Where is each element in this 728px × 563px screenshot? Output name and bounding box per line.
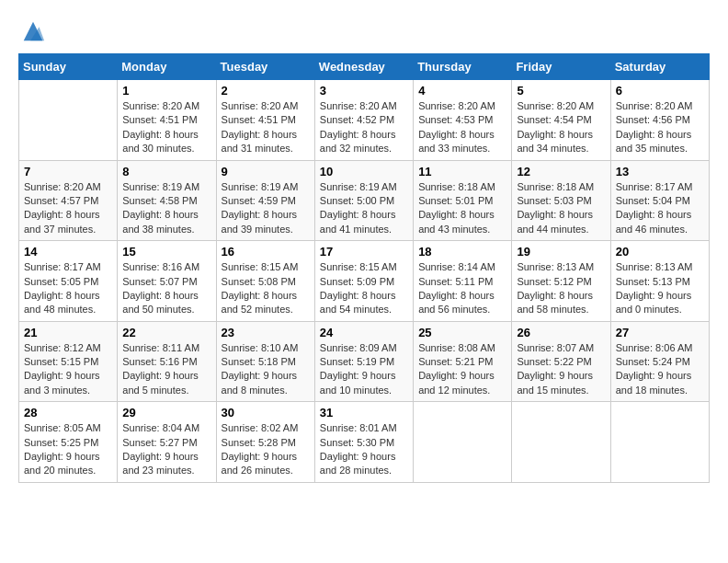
day-info: Sunrise: 8:19 AM Sunset: 4:59 PM Dayligh… [222,180,310,237]
week-row-1: 1Sunrise: 8:20 AM Sunset: 4:51 PM Daylig… [19,80,710,161]
calendar-cell: 12Sunrise: 8:18 AM Sunset: 5:03 PM Dayli… [512,160,610,241]
calendar-cell: 4Sunrise: 8:20 AM Sunset: 4:53 PM Daylig… [414,80,512,161]
calendar-cell [512,402,610,483]
day-info: Sunrise: 8:18 AM Sunset: 5:01 PM Dayligh… [418,180,506,237]
day-info: Sunrise: 8:20 AM Sunset: 4:56 PM Dayligh… [616,99,704,156]
week-row-4: 21Sunrise: 8:12 AM Sunset: 5:15 PM Dayli… [19,321,710,402]
col-header-monday: Monday [118,54,216,80]
day-info: Sunrise: 8:16 AM Sunset: 5:07 PM Dayligh… [122,260,210,317]
calendar-cell: 15Sunrise: 8:16 AM Sunset: 5:07 PM Dayli… [118,241,216,322]
calendar-cell: 3Sunrise: 8:20 AM Sunset: 4:52 PM Daylig… [314,80,413,161]
day-info: Sunrise: 8:11 AM Sunset: 5:16 PM Dayligh… [122,341,210,398]
calendar-cell: 28Sunrise: 8:05 AM Sunset: 5:25 PM Dayli… [19,402,118,483]
col-header-thursday: Thursday [414,54,512,80]
day-number: 30 [222,406,310,419]
day-info: Sunrise: 8:12 AM Sunset: 5:15 PM Dayligh… [24,341,112,398]
day-number: 24 [320,326,408,339]
day-number: 9 [222,165,310,178]
day-number: 27 [616,326,704,339]
day-number: 19 [517,245,605,259]
calendar-cell: 30Sunrise: 8:02 AM Sunset: 5:28 PM Dayli… [216,402,314,483]
day-number: 11 [418,165,506,178]
day-number: 15 [122,245,210,259]
calendar-cell [414,402,512,483]
day-info: Sunrise: 8:01 AM Sunset: 5:30 PM Dayligh… [320,421,408,478]
day-number: 21 [24,326,112,339]
col-header-saturday: Saturday [610,54,709,80]
calendar-cell: 16Sunrise: 8:15 AM Sunset: 5:08 PM Dayli… [216,241,314,322]
calendar-cell: 22Sunrise: 8:11 AM Sunset: 5:16 PM Dayli… [118,321,216,402]
day-number: 26 [517,326,605,339]
calendar-table: SundayMondayTuesdayWednesdayThursdayFrid… [18,53,710,483]
day-number: 5 [517,84,605,98]
calendar-cell: 6Sunrise: 8:20 AM Sunset: 4:56 PM Daylig… [610,80,709,161]
day-number: 10 [320,165,408,178]
day-number: 2 [222,84,310,98]
calendar-cell: 23Sunrise: 8:10 AM Sunset: 5:18 PM Dayli… [216,321,314,402]
week-row-5: 28Sunrise: 8:05 AM Sunset: 5:25 PM Dayli… [19,402,710,483]
calendar-cell: 9Sunrise: 8:19 AM Sunset: 4:59 PM Daylig… [216,160,314,241]
col-header-tuesday: Tuesday [216,54,314,80]
day-number: 17 [320,245,408,259]
day-info: Sunrise: 8:20 AM Sunset: 4:52 PM Dayligh… [320,99,408,156]
col-header-sunday: Sunday [19,54,118,80]
day-info: Sunrise: 8:17 AM Sunset: 5:05 PM Dayligh… [24,260,112,317]
day-info: Sunrise: 8:05 AM Sunset: 5:25 PM Dayligh… [24,421,112,478]
day-info: Sunrise: 8:19 AM Sunset: 4:58 PM Dayligh… [122,180,210,237]
day-number: 18 [418,245,506,259]
calendar-cell: 17Sunrise: 8:15 AM Sunset: 5:09 PM Dayli… [314,241,413,322]
day-info: Sunrise: 8:15 AM Sunset: 5:09 PM Dayligh… [320,260,408,317]
day-number: 16 [222,245,310,259]
calendar-cell: 26Sunrise: 8:07 AM Sunset: 5:22 PM Dayli… [512,321,610,402]
day-number: 3 [320,84,408,98]
day-info: Sunrise: 8:04 AM Sunset: 5:27 PM Dayligh… [122,421,210,478]
day-info: Sunrise: 8:15 AM Sunset: 5:08 PM Dayligh… [222,260,310,317]
day-info: Sunrise: 8:14 AM Sunset: 5:11 PM Dayligh… [418,260,506,317]
day-info: Sunrise: 8:02 AM Sunset: 5:28 PM Dayligh… [222,421,310,478]
calendar-header-row: SundayMondayTuesdayWednesdayThursdayFrid… [19,54,710,80]
calendar-cell: 19Sunrise: 8:13 AM Sunset: 5:12 PM Dayli… [512,241,610,322]
day-info: Sunrise: 8:06 AM Sunset: 5:24 PM Dayligh… [616,341,704,398]
logo-icon [20,18,46,44]
calendar-cell [610,402,709,483]
day-info: Sunrise: 8:20 AM Sunset: 4:53 PM Dayligh… [418,99,506,156]
calendar-cell: 27Sunrise: 8:06 AM Sunset: 5:24 PM Dayli… [610,321,709,402]
calendar-cell: 1Sunrise: 8:20 AM Sunset: 4:51 PM Daylig… [118,80,216,161]
calendar-cell: 31Sunrise: 8:01 AM Sunset: 5:30 PM Dayli… [314,402,413,483]
day-number: 28 [24,406,112,419]
day-info: Sunrise: 8:19 AM Sunset: 5:00 PM Dayligh… [320,180,408,237]
day-info: Sunrise: 8:20 AM Sunset: 4:51 PM Dayligh… [122,99,210,156]
day-number: 23 [222,326,310,339]
calendar-cell: 5Sunrise: 8:20 AM Sunset: 4:54 PM Daylig… [512,80,610,161]
day-number: 25 [418,326,506,339]
day-info: Sunrise: 8:17 AM Sunset: 5:04 PM Dayligh… [616,180,704,237]
day-info: Sunrise: 8:20 AM Sunset: 4:54 PM Dayligh… [517,99,605,156]
day-number: 13 [616,165,704,178]
calendar-cell: 14Sunrise: 8:17 AM Sunset: 5:05 PM Dayli… [19,241,118,322]
day-number: 12 [517,165,605,178]
day-info: Sunrise: 8:07 AM Sunset: 5:22 PM Dayligh… [517,341,605,398]
calendar-cell: 7Sunrise: 8:20 AM Sunset: 4:57 PM Daylig… [19,160,118,241]
col-header-wednesday: Wednesday [314,54,413,80]
day-info: Sunrise: 8:13 AM Sunset: 5:12 PM Dayligh… [517,260,605,317]
day-info: Sunrise: 8:10 AM Sunset: 5:18 PM Dayligh… [222,341,310,398]
calendar-cell: 8Sunrise: 8:19 AM Sunset: 4:58 PM Daylig… [118,160,216,241]
calendar-cell: 11Sunrise: 8:18 AM Sunset: 5:01 PM Dayli… [414,160,512,241]
day-info: Sunrise: 8:20 AM Sunset: 4:51 PM Dayligh… [222,99,310,156]
day-number: 7 [24,165,112,178]
day-info: Sunrise: 8:09 AM Sunset: 5:19 PM Dayligh… [320,341,408,398]
calendar-cell [19,80,118,161]
day-info: Sunrise: 8:18 AM Sunset: 5:03 PM Dayligh… [517,180,605,237]
calendar-cell: 20Sunrise: 8:13 AM Sunset: 5:13 PM Dayli… [610,241,709,322]
day-number: 14 [24,245,112,259]
calendar-cell: 29Sunrise: 8:04 AM Sunset: 5:27 PM Dayli… [118,402,216,483]
logo [18,18,46,44]
week-row-2: 7Sunrise: 8:20 AM Sunset: 4:57 PM Daylig… [19,160,710,241]
day-number: 29 [122,406,210,419]
day-number: 1 [122,84,210,98]
col-header-friday: Friday [512,54,610,80]
calendar-cell: 24Sunrise: 8:09 AM Sunset: 5:19 PM Dayli… [314,321,413,402]
calendar-cell: 13Sunrise: 8:17 AM Sunset: 5:04 PM Dayli… [610,160,709,241]
calendar-cell: 18Sunrise: 8:14 AM Sunset: 5:11 PM Dayli… [414,241,512,322]
calendar-cell: 10Sunrise: 8:19 AM Sunset: 5:00 PM Dayli… [314,160,413,241]
